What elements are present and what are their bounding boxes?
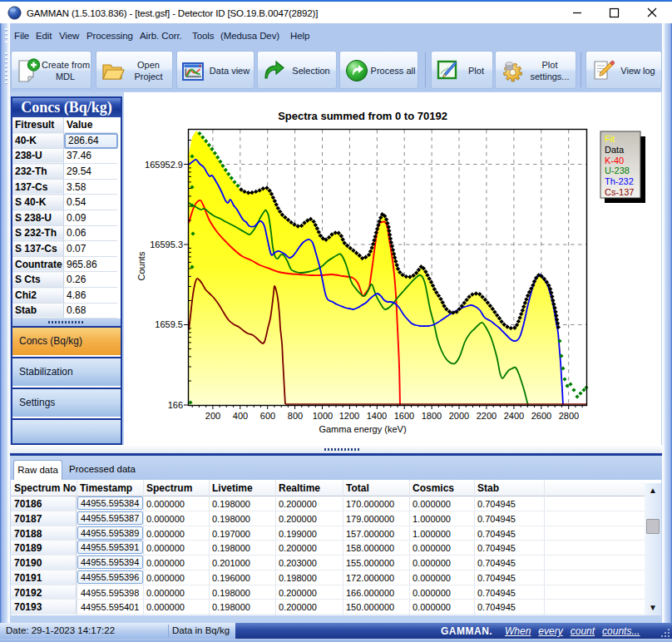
svg-text:2600: 2600	[531, 411, 551, 421]
svg-text:Data: Data	[605, 145, 625, 155]
svg-text:Counts: Counts	[136, 251, 146, 280]
svg-text:U-238: U-238	[605, 165, 630, 175]
svg-text:Spectra summed from 0 to 70192: Spectra summed from 0 to 70192	[278, 110, 447, 122]
svg-text:166: 166	[168, 400, 183, 410]
svg-text:Th-232: Th-232	[605, 176, 634, 186]
svg-text:K-40: K-40	[605, 156, 624, 165]
svg-text:1200: 1200	[339, 411, 359, 421]
svg-text:800: 800	[288, 411, 303, 421]
svg-text:400: 400	[233, 411, 248, 421]
svg-text:1600: 1600	[394, 411, 414, 421]
svg-text:600: 600	[260, 411, 275, 421]
svg-text:1659.5: 1659.5	[155, 319, 183, 329]
svg-text:1000: 1000	[313, 411, 333, 421]
svg-text:2200: 2200	[477, 411, 497, 421]
svg-text:16595.3: 16595.3	[150, 240, 183, 249]
svg-text:Cs-137: Cs-137	[605, 187, 634, 197]
svg-text:1400: 1400	[367, 411, 387, 421]
svg-text:165952.9: 165952.9	[145, 160, 183, 170]
svg-text:Gamma energy (keV): Gamma energy (keV)	[319, 424, 406, 434]
svg-text:2800: 2800	[559, 411, 579, 421]
svg-text:1800: 1800	[422, 411, 442, 421]
svg-text:Fit: Fit	[605, 134, 615, 144]
svg-text:2400: 2400	[504, 411, 524, 421]
svg-text:200: 200	[205, 411, 220, 421]
svg-text:2000: 2000	[449, 411, 469, 421]
